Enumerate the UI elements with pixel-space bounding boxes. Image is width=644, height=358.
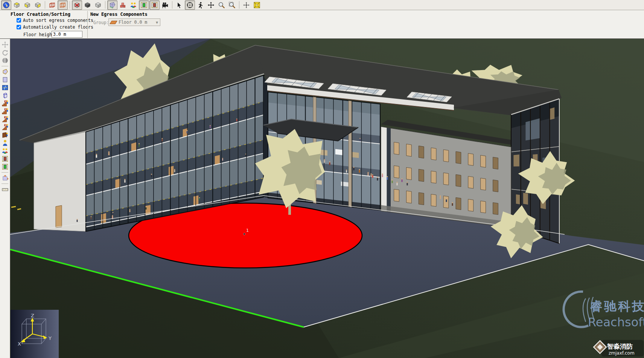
stairs-one-point-tool-icon[interactable]: 1 bbox=[0, 99, 9, 107]
new-egress-title: New Egress Components bbox=[90, 12, 148, 17]
solid-dark-cube-icon[interactable] bbox=[82, 0, 93, 10]
view-front-icon[interactable] bbox=[22, 0, 32, 10]
goal-tool-icon[interactable] bbox=[0, 174, 9, 182]
camera-view-icon[interactable] bbox=[160, 0, 170, 10]
auto-create-floors-checkbox[interactable] bbox=[17, 25, 21, 29]
center-view-icon[interactable] bbox=[241, 0, 251, 10]
scale-object-tool-icon[interactable] bbox=[0, 57, 9, 64]
add-occupant-tool-icon[interactable] bbox=[0, 139, 9, 147]
elevator-tool-icon[interactable] bbox=[0, 131, 9, 139]
hide-walls-icon[interactable] bbox=[72, 0, 82, 10]
floor-creation-title: Floor Creation/Sorting bbox=[11, 12, 70, 17]
solid-light-cube-icon[interactable] bbox=[93, 0, 103, 10]
show-doors-icon[interactable] bbox=[149, 0, 160, 10]
ramp-two-point-tool-icon[interactable]: 2 bbox=[0, 123, 9, 131]
view-side-icon[interactable] bbox=[33, 0, 43, 10]
axis-y-label: Y bbox=[48, 335, 52, 341]
measure-tool-icon[interactable] bbox=[0, 185, 9, 193]
badge-cn: 智淼消防 bbox=[607, 343, 633, 350]
polygon-room-tool-icon[interactable] bbox=[0, 68, 9, 76]
watermark-company-en: Reachsoft bbox=[588, 315, 644, 329]
badge-url: zmjaxf.com bbox=[609, 350, 635, 356]
show-terrain-icon[interactable] bbox=[107, 0, 117, 10]
show-obstructions-icon[interactable] bbox=[118, 0, 128, 10]
move-object-tool-icon[interactable] bbox=[0, 41, 9, 49]
toolbar-separator bbox=[239, 1, 239, 9]
perspective-view-icon[interactable] bbox=[47, 0, 57, 10]
door-tool-icon[interactable] bbox=[0, 155, 9, 163]
sidebar-separator bbox=[2, 172, 8, 173]
show-occupants-icon[interactable] bbox=[128, 0, 139, 10]
stairs-two-point-tool-icon[interactable]: 2 bbox=[0, 107, 9, 115]
svg-text:1: 1 bbox=[5, 116, 6, 118]
svg-text:1: 1 bbox=[246, 228, 249, 233]
3d-viewport[interactable]: 1 Z Y X 睿驰科技 Reachsoft bbox=[10, 39, 644, 358]
svg-text:1: 1 bbox=[5, 100, 6, 103]
chevron-down-icon[interactable]: ▼ bbox=[154, 20, 160, 24]
axis-z-label: Z bbox=[31, 313, 34, 318]
toolbar-separator bbox=[105, 1, 105, 9]
group-label: Group: bbox=[93, 20, 109, 25]
egress-group-dropdown[interactable]: Floor 0.0 m ▼ bbox=[108, 18, 160, 26]
3d-scene[interactable] bbox=[10, 39, 644, 358]
axis-x-label: X bbox=[18, 341, 21, 347]
toolbar-separator bbox=[172, 1, 172, 9]
auto-sort-checkbox[interactable] bbox=[17, 18, 21, 23]
orthographic-view-icon[interactable] bbox=[58, 0, 68, 10]
walk-tool-icon[interactable] bbox=[195, 0, 206, 10]
exit-door-tool-icon[interactable] bbox=[0, 163, 9, 171]
obstruction-tool-icon[interactable] bbox=[0, 92, 9, 99]
main-toolbar bbox=[0, 0, 644, 10]
auto-create-checkbox-row[interactable]: Automatically create floors bbox=[17, 24, 93, 30]
orbit-tool-icon[interactable] bbox=[185, 0, 195, 10]
sidebar-separator bbox=[2, 184, 8, 184]
ramp-one-point-tool-icon[interactable]: 1 bbox=[0, 115, 9, 123]
auto-sort-checkbox-row[interactable]: Auto sort egress components bbox=[17, 18, 93, 23]
tool-options-panel: Floor Creation/Sorting Auto sort egress … bbox=[0, 10, 644, 39]
watermark-company-cn: 睿驰科技 bbox=[590, 299, 644, 314]
panel-separator bbox=[87, 11, 88, 38]
rectangle-room-tool-icon[interactable] bbox=[0, 76, 9, 84]
add-occupant-group-tool-icon[interactable] bbox=[0, 147, 9, 155]
rotate-object-tool-icon[interactable] bbox=[0, 49, 9, 57]
svg-text:2: 2 bbox=[5, 108, 6, 110]
axis-gizmo[interactable]: Z Y X bbox=[11, 310, 59, 358]
show-exit-doors-icon[interactable] bbox=[139, 0, 149, 10]
drawing-tools-sidebar: 1212 bbox=[0, 39, 10, 358]
reset-view-sphere-icon[interactable] bbox=[1, 0, 11, 10]
toolbar-separator bbox=[45, 1, 45, 9]
floor-height-input[interactable] bbox=[52, 31, 82, 38]
select-tool-icon[interactable] bbox=[174, 0, 184, 10]
view-top-icon[interactable] bbox=[12, 0, 22, 10]
svg-text:2: 2 bbox=[5, 124, 6, 126]
zoom-rect-tool-icon[interactable] bbox=[227, 0, 237, 10]
sidebar-separator bbox=[2, 66, 8, 66]
pan-tool-icon[interactable] bbox=[206, 0, 216, 10]
egress-group-value: Floor 0.0 m bbox=[119, 20, 154, 25]
fit-view-icon[interactable] bbox=[252, 0, 262, 10]
floor-slab-icon bbox=[110, 21, 117, 24]
toolbar-separator bbox=[70, 1, 70, 9]
zoom-tool-icon[interactable] bbox=[216, 0, 227, 10]
thin-wall-tool-icon[interactable] bbox=[0, 84, 9, 92]
